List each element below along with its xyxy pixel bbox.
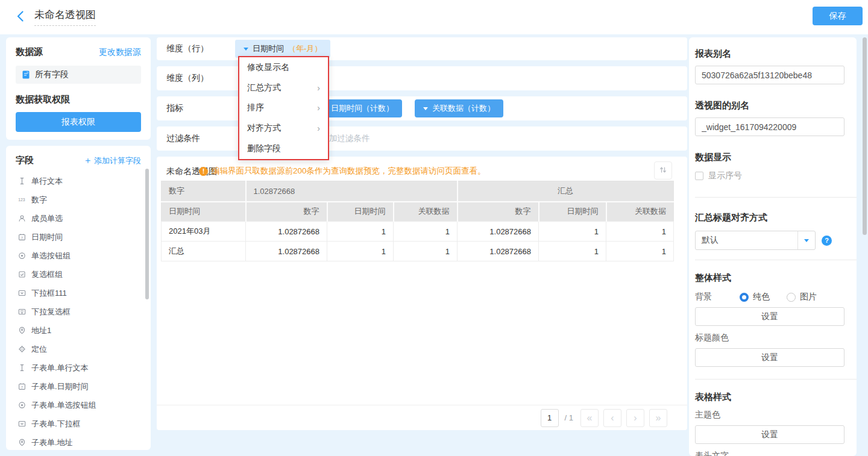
metrics-row: 指标 日期时间（计数） 关联数据（计数）	[157, 96, 687, 120]
save-button[interactable]: 保存	[813, 7, 863, 25]
datasource-title: 数据源	[16, 46, 43, 58]
group-header-cell: 1.02872668	[246, 181, 458, 202]
field-item-address1[interactable]: 地址1	[6, 321, 151, 340]
first-page-button[interactable]: «	[580, 409, 599, 427]
field-item-datetime[interactable]: 日期时间	[6, 228, 151, 246]
table-cell: 2021年03月	[162, 222, 246, 242]
column-dimension-row[interactable]: 维度（列）	[157, 66, 687, 90]
chip-label: 关联数据（计数）	[432, 103, 495, 114]
table-cell: 1	[327, 242, 394, 261]
field-item-sub-datetime[interactable]: 子表单.日期时间	[6, 377, 151, 396]
field-item-dropdown-multi[interactable]: 下拉复选框	[6, 302, 151, 321]
radio-solid-color-selected[interactable]	[740, 293, 749, 302]
theme-color-set-button[interactable]: 设置	[695, 425, 844, 444]
column-header-cell: 数字	[458, 202, 539, 222]
field-item-member[interactable]: 成员单选	[6, 209, 151, 228]
caret-area[interactable]	[797, 231, 815, 249]
first-page-icon: «	[587, 413, 593, 423]
menu-item-align[interactable]: 对齐方式›	[239, 118, 328, 139]
filter-row[interactable]: 过滤条件 加过滤条件	[157, 126, 687, 151]
field-item-dropdown111[interactable]: 下拉框111	[6, 284, 151, 302]
add-calc-field-link[interactable]: ＋添加计算字段	[83, 155, 141, 166]
widget-alias-input[interactable]	[695, 117, 844, 136]
text-icon	[18, 364, 26, 372]
metrics-label: 指标	[166, 103, 183, 114]
change-datasource-link[interactable]: 更改数据源	[99, 47, 141, 58]
field-label: 复选框组	[31, 269, 63, 280]
field-item-checkbox-group[interactable]: 复选框组	[6, 265, 151, 284]
field-item-sub-dropdown[interactable]: 子表单.下拉框	[6, 414, 151, 433]
warning-icon: !	[199, 167, 208, 176]
menu-item-label: 修改显示名	[247, 62, 289, 73]
overall-style-label: 整体样式	[695, 272, 844, 284]
field-label: 地址1	[31, 325, 51, 336]
image-label[interactable]: 图片	[800, 292, 817, 302]
last-page-icon: »	[656, 413, 661, 423]
column-header-cell: 日期时间	[162, 202, 246, 222]
preview-card: 未命名透视图 ! 编辑界面只取数据源前200条作为查询数据预览，完整数据请访问页…	[157, 157, 687, 430]
radio-image[interactable]	[787, 293, 796, 302]
widget-alias-label: 透视图的别名	[695, 100, 844, 111]
dropdown-icon	[18, 420, 26, 428]
field-item-sub-single-text[interactable]: 子表单.单行文本	[6, 358, 151, 377]
dimension-chip-datetime[interactable]: 日期时间 （年-月）	[235, 40, 330, 58]
page-scrollbar[interactable]	[863, 37, 867, 235]
back-icon	[17, 11, 24, 22]
column-header-cell: 日期时间	[539, 202, 606, 222]
field-item-single-text[interactable]: 单行文本	[6, 172, 151, 190]
metric-chip-linkdata-count[interactable]: 关联数据（计数）	[415, 99, 503, 117]
metric-chip-datetime-count[interactable]: 日期时间（计数）	[322, 99, 402, 117]
member-icon	[18, 214, 26, 222]
background-set-button[interactable]: 设置	[695, 307, 844, 326]
menu-item-sort[interactable]: 排序›	[239, 98, 328, 119]
table-cell: 1.02872668	[246, 222, 327, 242]
fields-title: 字段	[16, 155, 34, 166]
page-input[interactable]	[541, 409, 559, 427]
page-title[interactable]: 未命名透视图	[34, 8, 96, 26]
report-alias-input[interactable]	[695, 66, 844, 84]
field-label: 子表单.下拉框	[31, 419, 81, 429]
report-permission-button[interactable]: 报表权限	[16, 112, 141, 132]
field-item-number[interactable]: 数字	[6, 190, 151, 209]
menu-item-delete-field[interactable]: 删除字段	[239, 139, 328, 159]
column-header-cell: 关联数据	[394, 202, 458, 222]
field-list-scrollbar[interactable]	[145, 169, 149, 299]
field-label: 单选按钮组	[31, 251, 71, 261]
title-color-set-button[interactable]: 设置	[695, 348, 844, 367]
field-item-location[interactable]: 定位	[6, 340, 151, 358]
help-icon[interactable]: ?	[822, 236, 832, 246]
field-item-sub-address[interactable]: 子表单.地址	[6, 433, 151, 450]
menu-item-rename[interactable]: 修改显示名	[239, 57, 328, 78]
back-button[interactable]	[14, 11, 25, 23]
next-page-icon: ›	[634, 413, 637, 423]
field-item-radio-group[interactable]: 单选按钮组	[6, 246, 151, 265]
number-icon	[18, 196, 26, 204]
table-cell: 1	[394, 222, 458, 242]
pagination-bar: / 1 « ‹ › »	[157, 405, 687, 430]
next-page-button[interactable]: ›	[626, 409, 644, 427]
add-filter-placeholder[interactable]: 加过滤条件	[329, 133, 370, 144]
radio-icon	[18, 401, 26, 409]
last-page-button[interactable]: »	[649, 409, 667, 427]
field-item-sub-radio-group[interactable]: 子表单.单选按钮组	[6, 396, 151, 414]
all-fields-item[interactable]: 所有字段	[16, 66, 141, 84]
checkbox-icon	[18, 270, 26, 278]
menu-item-summary-method[interactable]: 汇总方式›	[239, 78, 328, 98]
field-label: 单行文本	[31, 176, 63, 187]
column-header-cell: 数字	[246, 202, 327, 222]
field-label: 子表单.日期时间	[31, 381, 89, 392]
solid-color-label[interactable]: 纯色	[753, 292, 770, 302]
show-index-checkbox-row[interactable]: 显示序号	[695, 170, 844, 181]
menu-item-label: 排序	[247, 102, 264, 113]
field-label: 下拉框111	[31, 288, 67, 299]
prev-page-button[interactable]: ‹	[603, 409, 621, 427]
row-dimension-row: 维度（行） 日期时间 （年-月）	[157, 37, 687, 60]
column-header-cell: 日期时间	[327, 202, 394, 222]
show-index-label: 显示序号	[708, 170, 742, 181]
preview-warning: ! 编辑界面只取数据源前200条作为查询数据预览，完整数据请访问页面查看。	[199, 166, 486, 176]
summary-align-select[interactable]: 默认	[695, 231, 816, 250]
background-label: 背景	[695, 292, 712, 302]
checkbox-icon[interactable]	[695, 172, 703, 180]
table-cell: 1.02872668	[458, 242, 539, 261]
sort-toggle-button[interactable]	[654, 161, 672, 180]
